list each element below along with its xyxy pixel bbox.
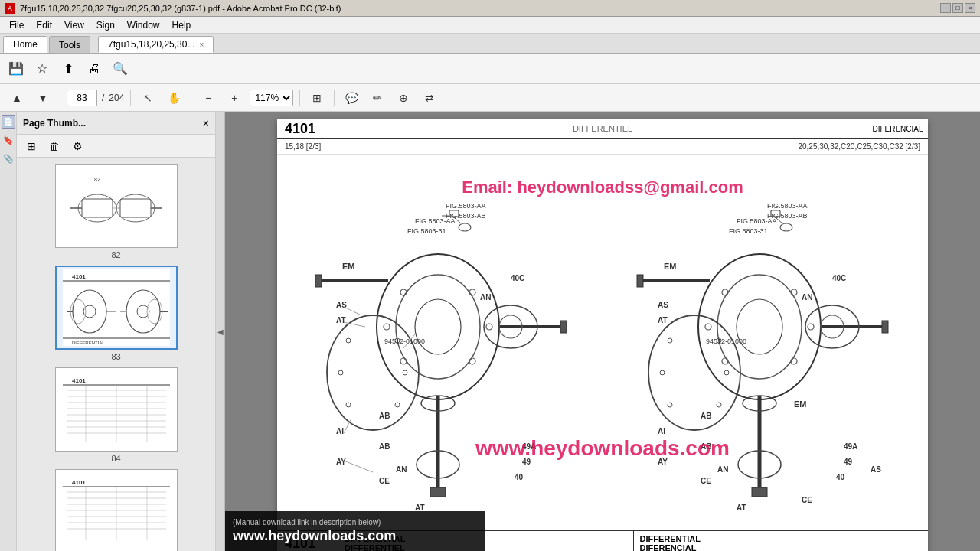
svg-text:AB: AB	[701, 442, 711, 451]
svg-text:AN: AN	[396, 465, 407, 474]
svg-text:49A: 49A	[522, 442, 536, 451]
thumb-image-85: 4101	[55, 469, 178, 551]
svg-point-134	[717, 403, 721, 407]
svg-text:AI: AI	[336, 427, 344, 435]
tab-home[interactable]: Home	[3, 36, 47, 53]
nav-button[interactable]: ⇄	[419, 88, 440, 108]
svg-text:DIFFERENTIAL: DIFFERENTIAL	[72, 341, 105, 345]
svg-rect-83	[430, 487, 446, 497]
thumb-label-84: 84	[111, 454, 120, 463]
thumbnail-grid-button[interactable]: ⊞	[21, 138, 41, 155]
thumb-label-83: 83	[111, 352, 120, 361]
svg-line-87	[344, 307, 361, 315]
svg-point-116	[780, 223, 792, 231]
main-area: 📄 🔖 📎 Page Thumb... × ⊞ 🗑 ⚙	[0, 112, 980, 551]
svg-text:AB: AB	[379, 412, 390, 420]
bookmark-button[interactable]: ☆	[31, 58, 54, 80]
tab-tools[interactable]: Tools	[49, 36, 90, 53]
next-page-button[interactable]: ▼	[32, 88, 54, 108]
pdf-tab-close[interactable]: ×	[199, 41, 204, 49]
hand-tool-button[interactable]: ✋	[163, 88, 185, 108]
svg-text:EM: EM	[342, 262, 355, 271]
print-button[interactable]: 🖨	[83, 58, 106, 80]
thumb-image-84: 4101	[55, 367, 178, 452]
svg-point-121	[791, 289, 797, 295]
diagram-right-label: 20,25,30,32,C20,C25,C30,C32 [2/3]	[603, 142, 920, 151]
thumbnail-85[interactable]: 4101 85	[55, 469, 178, 551]
thumbnail-panel: 82 82 4101	[17, 158, 215, 551]
page-tools-button[interactable]: ⊞	[306, 88, 328, 108]
header-text: DIFFERENTIEL	[573, 124, 632, 133]
svg-point-76	[338, 370, 343, 375]
upload-button[interactable]: ⬆	[57, 58, 80, 80]
page-thumbnails-icon[interactable]: 📄	[2, 115, 15, 129]
menu-sign[interactable]: Sign	[90, 18, 121, 32]
page-number-input[interactable]	[67, 90, 97, 106]
thumb-diagram-83: 4101 D	[63, 269, 170, 346]
thumbnail-settings-button[interactable]: ⚙	[67, 138, 87, 155]
svg-rect-52	[315, 275, 322, 287]
page-num-top-label: 4101	[285, 121, 315, 137]
close-btn[interactable]: ×	[965, 3, 975, 13]
svg-rect-108	[637, 275, 643, 287]
svg-point-79	[395, 403, 400, 407]
svg-point-67	[400, 358, 407, 364]
nav-sep-1	[60, 90, 60, 106]
prev-page-button[interactable]: ▲	[6, 88, 28, 108]
svg-text:4101-153: 4101-153	[805, 509, 831, 510]
thumbnail-83[interactable]: 4101 D	[55, 266, 178, 361]
svg-point-131	[660, 370, 665, 375]
titlebar: A 7fgu15,18,20,25,30,32 7fgcu20,25,30,32…	[0, 0, 980, 17]
collapse-icon: ◀	[217, 328, 224, 336]
thumbnail-82[interactable]: 82 82	[55, 164, 178, 259]
sidebar-collapse-handle[interactable]: ◀	[216, 112, 225, 551]
bookmarks-icon[interactable]: 🔖	[2, 133, 15, 147]
footer-right-col1: DIFFERENTIAL	[640, 534, 923, 543]
svg-text:AN: AN	[802, 293, 812, 302]
pdf-diagram-area: 15,18 [2/3] 20,25,30,32,C20,C25,C30,C32 …	[277, 139, 928, 530]
pen-button[interactable]: ✏	[367, 88, 388, 108]
menu-help[interactable]: Help	[166, 18, 198, 32]
svg-text:40C: 40C	[511, 274, 524, 282]
thumbnail-delete-button[interactable]: 🗑	[44, 138, 64, 155]
svg-text:49: 49	[522, 458, 531, 466]
svg-point-132	[724, 370, 729, 375]
zoom-out-button[interactable]: −	[198, 88, 219, 108]
home-tools-nav: Home Tools	[3, 34, 92, 53]
svg-text:49: 49	[844, 458, 853, 466]
thumb-image-83: 4101 D	[55, 266, 178, 350]
sidebar-close-button[interactable]: ×	[203, 117, 209, 129]
svg-text:AY: AY	[658, 458, 668, 466]
menu-edit[interactable]: Edit	[30, 18, 58, 32]
menu-file[interactable]: File	[3, 18, 30, 32]
pdf-page-number-top: 4101	[277, 119, 338, 138]
pdf-content-area[interactable]: 4101 DIFFERENTIEL DIFERENCIAL 15,18 [2/3…	[225, 112, 980, 551]
minimize-btn[interactable]: _	[940, 3, 951, 13]
app-icon: A	[5, 3, 15, 14]
save-button[interactable]: 💾	[5, 58, 28, 80]
sidebar-tools: ⊞ 🗑 ⚙	[17, 135, 215, 158]
share-button[interactable]: ⊕	[393, 88, 414, 108]
comment-button[interactable]: 💬	[341, 88, 362, 108]
maximize-btn[interactable]: □	[952, 3, 963, 13]
svg-point-74	[346, 338, 351, 343]
tab-pdf[interactable]: 7fgu15,18,20,25,30... ×	[98, 36, 214, 53]
svg-text:40C: 40C	[832, 274, 846, 282]
search-button[interactable]: 🔍	[109, 58, 132, 80]
svg-point-69	[384, 324, 390, 330]
footer-right-col2: DIFERENCIAL	[640, 543, 923, 551]
attachments-icon[interactable]: 📎	[2, 152, 15, 165]
page-total: 204	[109, 93, 124, 103]
zoom-in-button[interactable]: +	[224, 88, 245, 108]
cursor-tool-button[interactable]: ↖	[137, 88, 158, 108]
thumb-diagram-82: 82	[63, 170, 170, 243]
svg-point-117	[698, 254, 821, 399]
menu-window[interactable]: Window	[121, 18, 166, 32]
menu-view[interactable]: View	[58, 18, 90, 32]
zoom-select[interactable]: 117% 100% 75% 150%	[250, 90, 293, 106]
bottom-download-banner: (Manual download link in description bel…	[225, 511, 485, 551]
svg-point-64	[415, 299, 461, 354]
svg-point-62	[377, 254, 499, 399]
thumbnail-84[interactable]: 4101	[55, 367, 178, 463]
svg-point-70	[486, 324, 492, 330]
